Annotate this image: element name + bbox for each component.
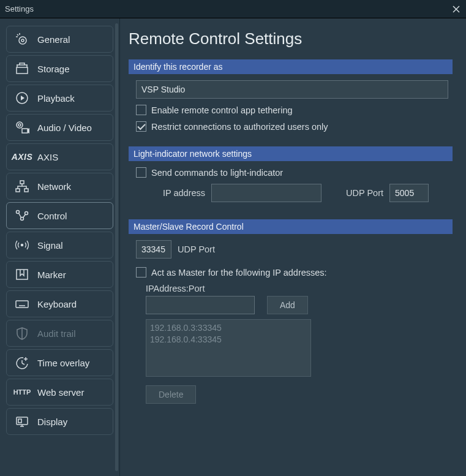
sidebar-item-label: Storage — [37, 64, 70, 74]
sidebar-item-network[interactable]: Network — [6, 173, 113, 200]
sidebar-item-display[interactable]: Display — [6, 408, 113, 435]
signal-icon — [14, 238, 30, 252]
add-button[interactable]: Add — [267, 296, 308, 314]
svg-rect-19 — [16, 301, 28, 308]
delete-button[interactable]: Delete — [146, 385, 196, 404]
recorder-name-input[interactable] — [136, 80, 448, 99]
sidebar-item-playback[interactable]: Playback — [6, 85, 113, 111]
enable-tethering-checkbox[interactable] — [136, 105, 146, 115]
svg-rect-9 — [22, 129, 28, 133]
http-icon: HTTP — [14, 388, 30, 396]
list-item[interactable]: 192.168.0.4:33345 — [150, 334, 307, 346]
sidebar-item-keyboard[interactable]: Keyboard — [6, 290, 113, 317]
display-icon — [14, 414, 30, 429]
sidebar-item-control[interactable]: Control — [6, 202, 113, 229]
play-circle-icon — [14, 91, 30, 105]
window-title: Settings — [5, 4, 34, 13]
master-udp-port-input[interactable] — [136, 240, 171, 259]
sidebar-item-label: Marker — [37, 270, 66, 280]
sidebar-item-label: Display — [37, 417, 67, 427]
page-title: Remote Control Settings — [129, 29, 453, 48]
restrict-connections-label: Restrict connections to authorized users… — [151, 122, 328, 132]
send-commands-label: Send commands to light-indicator — [151, 168, 283, 178]
sidebar-item-web-server[interactable]: HTTP Web server — [6, 379, 113, 406]
list-item[interactable]: 192.168.0.3:33345 — [150, 322, 307, 334]
act-as-master-checkbox[interactable] — [136, 267, 146, 278]
sidebar-item-label: Network — [37, 181, 71, 192]
svg-point-15 — [21, 217, 24, 221]
shield-icon — [14, 326, 30, 341]
sidebar-item-label: Keyboard — [37, 299, 77, 309]
sidebar-item-audio-video[interactable]: Audio / Video — [6, 114, 113, 141]
sidebar-item-label: Web server — [37, 387, 84, 398]
svg-rect-32 — [18, 419, 21, 423]
enable-tethering-label: Enable remote control app tethering — [151, 105, 293, 115]
ipaddress-port-label: IPAddress:Port — [146, 284, 453, 293]
sidebar-item-label: Time overlay — [37, 358, 89, 368]
udp-port-label: UDP Port — [346, 188, 383, 198]
sidebar-item-label: Audio / Video — [37, 123, 92, 133]
sidebar-item-general[interactable]: General — [6, 26, 113, 53]
ip-address-label: IP address — [163, 188, 205, 198]
svg-point-17 — [21, 244, 23, 246]
section-header-master-slave: Master/Slave Record Control — [129, 219, 453, 234]
sidebar-item-storage[interactable]: Storage — [6, 55, 113, 82]
master-udp-port-label: UDP Port — [178, 244, 215, 254]
svg-rect-4 — [17, 67, 28, 74]
close-icon[interactable] — [451, 4, 461, 14]
svg-point-2 — [19, 37, 26, 44]
restrict-connections-checkbox[interactable] — [136, 121, 146, 132]
sidebar-item-label: Playback — [37, 93, 75, 104]
gear-sparkle-icon — [14, 32, 30, 47]
section-header-identify: Identify this recorder as — [129, 59, 453, 74]
keyboard-icon — [14, 297, 30, 311]
sidebar-item-axis[interactable]: AXIS AXIS — [6, 143, 113, 170]
svg-rect-13 — [24, 189, 28, 192]
sidebar-item-signal[interactable]: Signal — [6, 232, 113, 259]
bookmark-icon — [14, 267, 30, 282]
svg-point-7 — [17, 122, 23, 128]
svg-point-8 — [18, 124, 21, 126]
sidebar-scrollbar[interactable] — [115, 23, 118, 471]
svg-rect-11 — [20, 181, 24, 184]
sidebar-item-label: Control — [37, 211, 67, 221]
light-udp-port-input[interactable] — [389, 184, 429, 202]
svg-marker-6 — [21, 96, 24, 100]
clock-plus-icon — [14, 355, 30, 370]
audio-video-icon — [14, 120, 30, 135]
ip-list[interactable]: 192.168.0.3:33345192.168.0.4:33345 — [146, 319, 311, 377]
svg-line-28 — [22, 363, 24, 365]
svg-point-3 — [21, 39, 24, 42]
act-as-master-label: Act as Master for the following IP addre… — [151, 268, 327, 278]
svg-point-14 — [17, 211, 20, 214]
send-commands-checkbox[interactable] — [136, 167, 146, 178]
sidebar-item-label: Signal — [37, 240, 63, 251]
sidebar-item-marker[interactable]: Marker — [6, 261, 113, 288]
sidebar-item-label: AXIS — [37, 152, 58, 162]
sidebar-item-audit-trail[interactable]: Audit trail — [6, 320, 113, 347]
sidebar-item-time-overlay[interactable]: Time overlay — [6, 349, 113, 376]
network-icon — [14, 179, 30, 194]
storage-icon — [14, 61, 30, 76]
control-nodes-icon — [14, 208, 30, 223]
axis-logo-icon: AXIS — [14, 152, 30, 162]
main-panel: Remote Control Settings Identify this re… — [120, 18, 466, 476]
section-header-light: Light-indicator network settings — [129, 146, 453, 161]
sidebar-item-label: Audit trail — [37, 328, 76, 339]
ipaddress-port-input[interactable] — [146, 296, 255, 314]
sidebar-item-label: General — [37, 34, 70, 45]
svg-rect-12 — [16, 189, 20, 192]
light-ip-input[interactable] — [211, 184, 321, 202]
titlebar: Settings — [0, 0, 466, 18]
svg-point-16 — [25, 212, 28, 215]
sidebar: General Storage Playback Audio / Video A… — [0, 18, 120, 476]
